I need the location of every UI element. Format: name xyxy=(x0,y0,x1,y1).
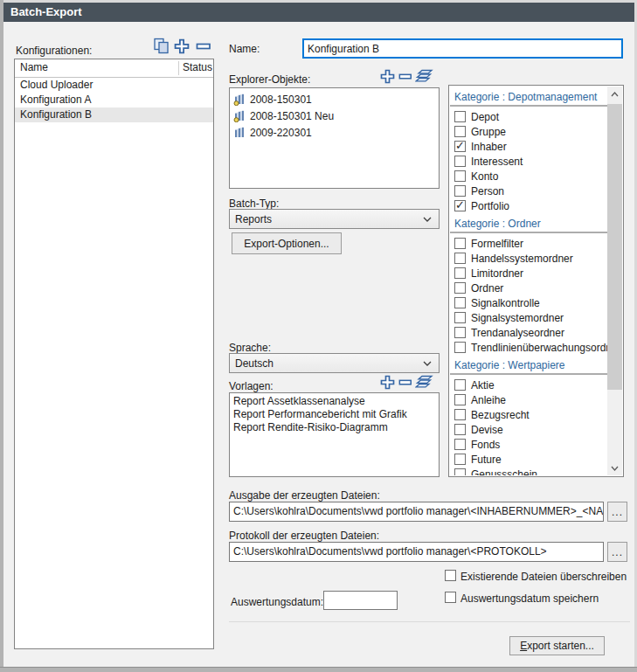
checkbox-label: Trendanalyseordner xyxy=(471,327,564,339)
batch-type-label: Batch-Typ: xyxy=(229,197,279,210)
cascade-layers-icon[interactable] xyxy=(415,69,433,84)
language-select[interactable]: Deutsch xyxy=(229,353,440,373)
checkbox[interactable] xyxy=(454,439,466,450)
log-path-label: Protokoll der erzeugten Dateien: xyxy=(229,530,379,542)
templates-list[interactable]: Report AssetklassenanalyseReport Perform… xyxy=(229,392,440,477)
add-template-plus-icon[interactable] xyxy=(380,375,395,390)
config-row[interactable]: Cloud Uploader xyxy=(15,78,213,93)
config-row-name: Cloud Uploader xyxy=(15,78,180,93)
scroll-down-button[interactable] xyxy=(607,461,622,475)
categories-scrollbar[interactable] xyxy=(607,87,622,475)
explorer-object-item[interactable]: 2008-150301 Neu xyxy=(230,107,439,124)
checkbox[interactable] xyxy=(454,342,466,353)
checkbox-label: Devise xyxy=(471,424,503,436)
explorer-objects-list[interactable]: 2008-1503012008-150301 Neu2009-220301 xyxy=(229,87,440,189)
template-item[interactable]: Report Assetklassenanalyse xyxy=(233,395,435,408)
template-item[interactable]: Report Performancebericht mit Grafik xyxy=(233,408,435,421)
add-explorer-object-plus-icon[interactable] xyxy=(380,69,395,84)
portfolio-chart-icon xyxy=(233,109,247,122)
category-option[interactable]: Limitordner xyxy=(450,266,607,281)
category-option[interactable]: Depot xyxy=(450,109,607,124)
category-option[interactable]: Portfolio xyxy=(450,198,607,213)
add-configuration-plus-icon[interactable] xyxy=(174,38,190,54)
checkbox[interactable] xyxy=(454,111,466,122)
checkbox[interactable] xyxy=(454,424,466,435)
checkbox[interactable] xyxy=(454,238,466,249)
checkbox[interactable] xyxy=(454,267,466,279)
language-value: Deutsch xyxy=(235,357,273,370)
checkbox-label: Trendlinienüberwachungsordner xyxy=(471,342,607,354)
category-option[interactable]: Genussschein xyxy=(450,467,607,475)
remove-template-minus-icon[interactable] xyxy=(398,379,412,386)
checkbox[interactable] xyxy=(454,312,466,323)
column-header-name[interactable]: Name xyxy=(20,59,48,76)
column-header-status[interactable]: Status xyxy=(183,59,212,76)
checkbox-label: Formelfilter xyxy=(471,238,523,250)
category-option[interactable]: Anleihe xyxy=(450,392,607,407)
config-row[interactable]: Konfiguration B xyxy=(15,107,213,122)
category-option[interactable]: Formelfilter xyxy=(450,236,607,251)
output-path-field[interactable]: C:\Users\kohlra\Documents\vwd portfolio … xyxy=(229,502,604,522)
category-option[interactable]: Fonds xyxy=(450,437,607,452)
checkbox[interactable] xyxy=(454,394,466,405)
scrollbar-thumb[interactable] xyxy=(607,104,622,390)
checkbox[interactable] xyxy=(454,253,466,264)
checkbox[interactable] xyxy=(454,200,466,211)
export-options-button[interactable]: Export-Optionen... xyxy=(232,232,342,254)
config-row-status xyxy=(180,93,213,107)
chevron-down-icon xyxy=(423,361,432,366)
evaluation-date-input[interactable] xyxy=(323,591,398,610)
start-export-button[interactable]: Export starten... xyxy=(509,636,605,655)
config-row[interactable]: Konfiguration A xyxy=(15,93,213,107)
configurations-list-header: Name Status xyxy=(15,59,213,78)
checkbox[interactable] xyxy=(454,170,466,182)
category-option[interactable]: Trendanalyseordner xyxy=(450,325,607,340)
category-option[interactable]: Person xyxy=(450,184,607,198)
checkbox[interactable] xyxy=(454,185,466,197)
category-option[interactable]: Gruppe xyxy=(450,124,607,139)
checkbox[interactable] xyxy=(454,454,466,465)
remove-explorer-object-minus-icon[interactable] xyxy=(398,73,412,80)
portfolio-chart-icon xyxy=(233,93,247,106)
category-option[interactable]: Konto xyxy=(450,169,607,184)
checkbox[interactable] xyxy=(454,282,466,294)
copy-icon[interactable] xyxy=(153,38,170,54)
checkbox[interactable] xyxy=(454,379,466,391)
dialog-title: Batch-Export xyxy=(3,3,634,22)
category-option[interactable]: Future xyxy=(450,452,607,467)
category-option[interactable]: Aktie xyxy=(450,378,607,392)
overwrite-files-checkbox[interactable] xyxy=(445,570,456,581)
explorer-object-item[interactable]: 2008-150301 xyxy=(230,91,439,107)
category-option[interactable]: Signalsystemordner xyxy=(450,310,607,325)
category-option[interactable]: Interessent xyxy=(450,154,607,169)
output-path-browse-button[interactable]: ... xyxy=(607,502,627,522)
checkbox[interactable] xyxy=(454,409,466,420)
configurations-list[interactable]: Name Status Cloud UploaderKonfiguration … xyxy=(14,59,214,649)
checkbox[interactable] xyxy=(454,327,466,338)
checkbox-label: Genussschein xyxy=(471,468,537,476)
window-border-bottom xyxy=(0,667,637,672)
log-path-field[interactable]: C:\Users\kohlra\Documents\vwd portfolio … xyxy=(229,542,604,562)
category-option[interactable]: Handelssystemordner xyxy=(450,251,607,266)
category-option[interactable]: Devise xyxy=(450,422,607,437)
save-evaluation-date-checkbox[interactable] xyxy=(445,592,456,603)
category-option[interactable]: Signalkontrolle xyxy=(450,295,607,310)
remove-configuration-minus-icon[interactable] xyxy=(196,43,211,51)
explorer-object-item[interactable]: 2009-220301 xyxy=(230,124,439,141)
log-path-browse-button[interactable]: ... xyxy=(607,542,627,562)
category-option[interactable]: Bezugsrecht xyxy=(450,407,607,422)
name-input[interactable] xyxy=(302,38,623,59)
checkbox[interactable] xyxy=(454,141,466,152)
cascade-layers-icon[interactable] xyxy=(415,375,433,390)
category-option[interactable]: Ordner xyxy=(450,281,607,295)
category-option[interactable]: Inhaber xyxy=(450,139,607,154)
template-item[interactable]: Report Rendite-Risiko-Diagramm xyxy=(233,421,435,434)
scroll-up-button[interactable] xyxy=(607,87,622,101)
category-option[interactable]: Trendlinienüberwachungsordner xyxy=(450,340,607,355)
checkbox[interactable] xyxy=(454,468,466,475)
language-label: Sprache: xyxy=(229,342,271,354)
checkbox[interactable] xyxy=(454,156,466,167)
checkbox[interactable] xyxy=(454,126,466,137)
checkbox[interactable] xyxy=(454,297,466,308)
batch-type-select[interactable]: Reports xyxy=(229,209,440,229)
